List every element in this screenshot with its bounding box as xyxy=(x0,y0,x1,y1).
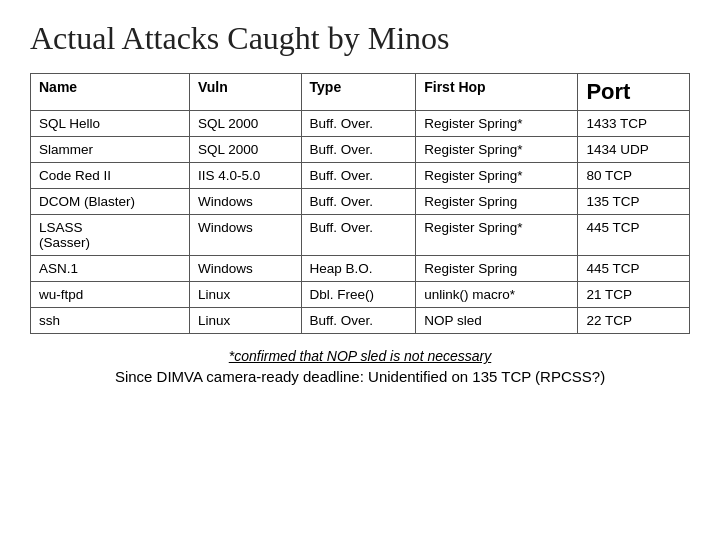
table-cell: Buff. Over. xyxy=(301,215,416,256)
table-row: wu-ftpdLinuxDbl. Free()unlink() macro*21… xyxy=(31,282,690,308)
col-header-first-hop: First Hop xyxy=(416,74,578,111)
col-header-type: Type xyxy=(301,74,416,111)
table-cell: Register Spring* xyxy=(416,215,578,256)
table-cell: 22 TCP xyxy=(578,308,690,334)
col-header-port: Port xyxy=(578,74,690,111)
table-cell: Register Spring xyxy=(416,189,578,215)
table-cell: Windows xyxy=(189,256,301,282)
table-row: SQL HelloSQL 2000Buff. Over.Register Spr… xyxy=(31,111,690,137)
table-cell: IIS 4.0-5.0 xyxy=(189,163,301,189)
table-cell: Heap B.O. xyxy=(301,256,416,282)
table-row: LSASS (Sasser)WindowsBuff. Over.Register… xyxy=(31,215,690,256)
table-cell: ASN.1 xyxy=(31,256,190,282)
table-cell: SQL Hello xyxy=(31,111,190,137)
col-header-name: Name xyxy=(31,74,190,111)
table-cell: Linux xyxy=(189,282,301,308)
table-cell: 80 TCP xyxy=(578,163,690,189)
table-cell: Buff. Over. xyxy=(301,137,416,163)
table-cell: Buff. Over. xyxy=(301,308,416,334)
table-cell: Windows xyxy=(189,215,301,256)
table-row: DCOM (Blaster)WindowsBuff. Over.Register… xyxy=(31,189,690,215)
table-cell: LSASS (Sasser) xyxy=(31,215,190,256)
footer-since: Since DIMVA camera-ready deadline: Unide… xyxy=(30,368,690,385)
table-cell: 445 TCP xyxy=(578,215,690,256)
table-cell: Register Spring* xyxy=(416,163,578,189)
table-row: SlammerSQL 2000Buff. Over.Register Sprin… xyxy=(31,137,690,163)
table-row: ASN.1WindowsHeap B.O.Register Spring445 … xyxy=(31,256,690,282)
footer-note: *confirmed that NOP sled is not necessar… xyxy=(30,348,690,364)
table-cell: Code Red II xyxy=(31,163,190,189)
table-cell: Slammer xyxy=(31,137,190,163)
table-cell: 135 TCP xyxy=(578,189,690,215)
attacks-table: NameVulnTypeFirst HopPort SQL HelloSQL 2… xyxy=(30,73,690,334)
table-cell: Register Spring* xyxy=(416,111,578,137)
table-cell: 21 TCP xyxy=(578,282,690,308)
table-cell: unlink() macro* xyxy=(416,282,578,308)
table-cell: Buff. Over. xyxy=(301,111,416,137)
table-row: sshLinuxBuff. Over.NOP sled22 TCP xyxy=(31,308,690,334)
table-cell: Dbl. Free() xyxy=(301,282,416,308)
col-header-vuln: Vuln xyxy=(189,74,301,111)
table-cell: ssh xyxy=(31,308,190,334)
page-title: Actual Attacks Caught by Minos xyxy=(30,20,690,57)
table-cell: 1433 TCP xyxy=(578,111,690,137)
table-cell: 1434 UDP xyxy=(578,137,690,163)
table-cell: 445 TCP xyxy=(578,256,690,282)
table-cell: Register Spring xyxy=(416,256,578,282)
table-cell: Buff. Over. xyxy=(301,163,416,189)
table-row: Code Red IIIIS 4.0-5.0Buff. Over.Registe… xyxy=(31,163,690,189)
table-cell: Linux xyxy=(189,308,301,334)
table-cell: Windows xyxy=(189,189,301,215)
table-cell: Register Spring* xyxy=(416,137,578,163)
table-cell: SQL 2000 xyxy=(189,137,301,163)
footer: *confirmed that NOP sled is not necessar… xyxy=(30,348,690,385)
table-cell: Buff. Over. xyxy=(301,189,416,215)
table-cell: wu-ftpd xyxy=(31,282,190,308)
table-cell: DCOM (Blaster) xyxy=(31,189,190,215)
table-cell: NOP sled xyxy=(416,308,578,334)
table-cell: SQL 2000 xyxy=(189,111,301,137)
